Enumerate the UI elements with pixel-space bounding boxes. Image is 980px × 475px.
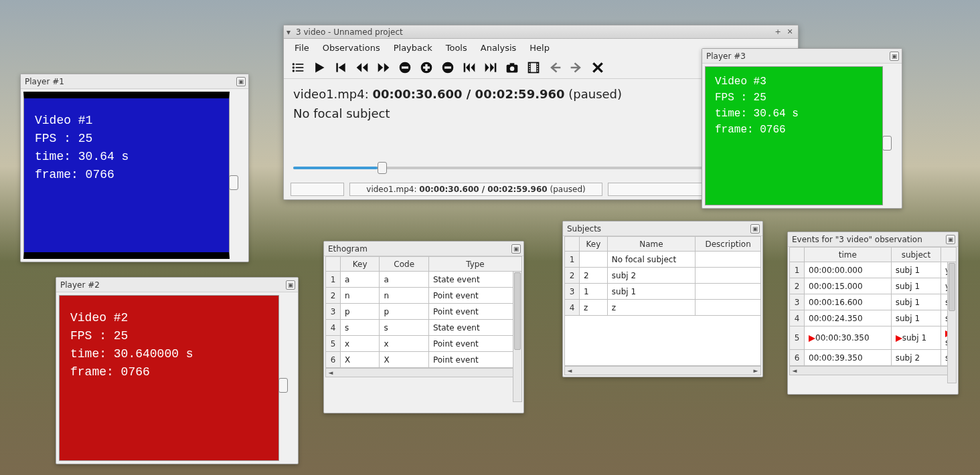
col-code[interactable]: Code <box>380 257 428 272</box>
menu-file[interactable]: File <box>288 41 316 55</box>
table-row[interactable]: 2nnPoint event <box>326 288 522 304</box>
table-row[interactable]: 22subj 2 <box>565 268 761 284</box>
film-icon[interactable] <box>525 59 542 76</box>
hscroll[interactable]: ◄► <box>564 366 761 375</box>
player-3-video[interactable]: Video #3 FPS : 25 time: 30.64 s frame: 0… <box>705 66 883 205</box>
table-row[interactable]: 1aaState event <box>326 272 522 288</box>
float-icon[interactable]: ▣ <box>286 280 295 290</box>
float-icon[interactable]: ▣ <box>236 77 246 86</box>
table-row[interactable]: 4ssState event <box>326 320 522 336</box>
cursor-arrow-icon <box>809 335 815 342</box>
events-table[interactable]: time subject 100:00:00.000subj 1y200:00:… <box>789 247 957 366</box>
list-icon[interactable] <box>289 59 307 76</box>
table-row[interactable]: 300:00:16.600subj 1s <box>790 294 957 310</box>
subjects-table[interactable]: Key Name Description 1No focal subject22… <box>564 236 761 316</box>
svg-rect-20 <box>464 63 466 72</box>
speed-up-icon[interactable] <box>418 59 435 76</box>
table-row[interactable]: 500:00:30.350subj 1s <box>790 326 957 350</box>
ffwd-icon[interactable] <box>375 59 392 76</box>
rowheader <box>790 248 805 262</box>
table-row[interactable]: 200:00:15.000subj 1y <box>790 278 957 294</box>
arrow-right-icon[interactable] <box>568 59 585 76</box>
svg-rect-1 <box>296 64 304 65</box>
svg-rect-32 <box>529 64 530 65</box>
float-icon[interactable]: ▣ <box>511 244 521 254</box>
rewind-icon[interactable] <box>353 59 371 76</box>
main-titlebar[interactable]: ▾ 3 video - Unnamed project + ✕ <box>284 25 798 39</box>
player-3-panel: Player #3 ▣ Video #3 FPS : 25 time: 30.6… <box>702 48 902 209</box>
rowheader <box>326 257 341 272</box>
player-2-panel: Player #2 ▣ Video #2 FPS : 25 time: 30.6… <box>56 277 299 464</box>
jump-fwd-icon[interactable] <box>482 59 499 76</box>
arrow-left-icon[interactable] <box>546 59 564 76</box>
float-icon[interactable]: ▣ <box>946 235 955 244</box>
hscroll[interactable]: ◄► <box>789 366 957 375</box>
col-key[interactable]: Key <box>341 257 380 272</box>
col-type[interactable]: Type <box>428 257 521 272</box>
p2-l3: time: 30.640000 s <box>70 345 268 363</box>
col-key[interactable]: Key <box>580 237 608 252</box>
minimize-button[interactable]: + <box>772 27 783 37</box>
player-2-video[interactable]: Video #2 FPS : 25 time: 30.640000 s fram… <box>59 295 279 461</box>
player-3-volume[interactable] <box>886 66 899 205</box>
p1-l4: frame: 0766 <box>35 166 218 184</box>
table-row[interactable]: 6XXPoint event <box>326 352 522 368</box>
svg-marker-21 <box>466 63 470 72</box>
float-icon[interactable]: ▣ <box>750 224 760 233</box>
ethogram-table[interactable]: Key Code Type 1aaState event2nnPoint eve… <box>325 256 522 368</box>
table-row[interactable]: 400:00:24.350subj 1s <box>790 310 957 326</box>
table-row[interactable]: 5xxPoint event <box>326 336 522 352</box>
player-1-titlebar[interactable]: Player #1 ▣ <box>21 74 248 89</box>
rowheader <box>565 237 580 252</box>
col-name[interactable]: Name <box>607 237 695 252</box>
menu-observations[interactable]: Observations <box>316 41 387 55</box>
events-panel: Events for "3 video" observation ▣ time … <box>787 231 959 395</box>
svg-rect-35 <box>529 70 530 72</box>
p1-l2: FPS : 25 <box>35 130 218 148</box>
player-3-title: Player #3 <box>705 52 890 61</box>
svg-rect-39 <box>537 70 538 72</box>
menu-help[interactable]: Help <box>523 41 556 55</box>
hscroll[interactable]: ◄► <box>325 368 522 377</box>
table-row[interactable]: 1No focal subject <box>565 252 761 268</box>
ethogram-titlebar[interactable]: Ethogram ▣ <box>324 242 523 256</box>
col-time[interactable]: time <box>805 248 892 262</box>
svg-rect-14 <box>402 66 408 68</box>
player-2-titlebar[interactable]: Player #2 ▣ <box>56 278 298 292</box>
subjects-titlebar[interactable]: Subjects ▣ <box>563 221 762 236</box>
svg-point-4 <box>293 70 295 72</box>
vscroll[interactable] <box>947 262 957 383</box>
svg-rect-34 <box>529 68 530 69</box>
col-subject[interactable]: subject <box>891 248 941 262</box>
vscroll[interactable] <box>513 271 522 402</box>
table-row[interactable]: 100:00:00.000subj 1y <box>790 262 957 278</box>
snapshot-icon[interactable] <box>503 59 521 76</box>
table-row[interactable]: 3ppPoint event <box>326 304 522 320</box>
table-row[interactable]: 4zz <box>565 300 761 316</box>
main-title: 3 video - Unnamed project <box>292 27 771 37</box>
player-1-video[interactable]: Video #1 FPS : 25 time: 30.64 s frame: 0… <box>23 92 230 259</box>
menu-playback[interactable]: Playback <box>387 41 439 55</box>
player-1-volume[interactable] <box>232 92 246 259</box>
col-behav[interactable] <box>941 248 957 262</box>
events-titlebar[interactable]: Events for "3 video" observation ▣ <box>788 232 958 247</box>
float-icon[interactable]: ▣ <box>890 52 899 61</box>
table-row[interactable]: 31subj 1 <box>565 284 761 300</box>
menu-analysis[interactable]: Analysis <box>474 41 523 55</box>
close-obs-icon[interactable] <box>589 59 606 76</box>
window-menu-icon[interactable]: ▾ <box>287 27 291 37</box>
play-icon[interactable] <box>311 59 328 76</box>
player-2-volume[interactable] <box>282 295 295 461</box>
close-button[interactable]: ✕ <box>785 27 795 37</box>
skip-back-icon[interactable] <box>332 59 349 76</box>
svg-marker-23 <box>485 63 489 72</box>
reset-speed-icon[interactable] <box>396 59 414 76</box>
jump-back-icon[interactable] <box>461 59 478 76</box>
col-desc[interactable]: Description <box>696 237 761 252</box>
menu-tools[interactable]: Tools <box>439 41 474 55</box>
player-3-titlebar[interactable]: Player #3 ▣ <box>702 49 902 64</box>
svg-rect-25 <box>495 63 497 72</box>
table-row[interactable]: 600:00:39.350subj 2s <box>790 350 957 366</box>
svg-point-0 <box>293 63 295 65</box>
speed-down-icon[interactable] <box>439 59 457 76</box>
